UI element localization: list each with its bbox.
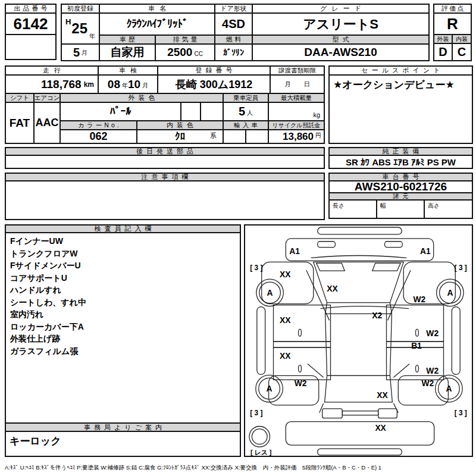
damage-label-windshield: XX xyxy=(327,284,338,293)
inspection-year-unit: 年 xyxy=(122,82,128,90)
model-code-value: DAA-AWS210 xyxy=(252,43,430,61)
inspection-month: 10 xyxy=(128,78,140,91)
first-registration-year: 25 xyxy=(71,20,87,37)
footer-legend: A:ｷｽﾞ U:ﾍｺﾐ B:ｷｽﾞを伴うﾍｺﾐ P:要塗装 W:補修跡 S:錆 … xyxy=(5,464,475,472)
genuine-equipment-value: SR ｶﾜ ABS ｴｱB ｱﾙﾐ PS PW xyxy=(328,155,473,169)
damage-label-right-quarter: W2 xyxy=(421,378,434,388)
wheel-grade-rear-right: A xyxy=(446,384,452,393)
cowl-line xyxy=(311,256,406,258)
mileage-value: 118,768 xyxy=(41,78,82,91)
transfer-deadline-cell: 月日 xyxy=(270,74,325,94)
damage-label-right-cowl: W2 xyxy=(414,295,426,304)
windshield-shape xyxy=(314,262,403,302)
wheel-grade-front-right: A xyxy=(447,288,453,298)
spec-height-label: 高さ xyxy=(428,202,440,210)
inspector-note: シートしわ、すれ中 xyxy=(10,296,86,309)
spare-tire-label: [ レス ] xyxy=(250,449,272,456)
damage-label-hood-left: A1 xyxy=(289,246,300,256)
car-name-value: ｸﾗｳﾝﾊｲﾌﾞﾘｯﾄﾞ xyxy=(99,12,215,36)
later-parts-blank xyxy=(5,155,325,169)
import-blank-2 xyxy=(245,129,269,144)
interior-color-value: ｸﾛ xyxy=(175,131,185,143)
damage-label-trunk: XX xyxy=(375,423,386,433)
headlight-left-shape xyxy=(318,242,336,248)
headlight-right-shape xyxy=(385,242,403,248)
recycle-deposit-value: 13,860 xyxy=(283,131,314,143)
taillight-bar-shape xyxy=(342,411,378,415)
damage-label-rear-window: XX xyxy=(377,390,388,400)
deadline-day-label: 日 xyxy=(304,80,311,89)
door-handle xyxy=(299,329,302,336)
year-unit: 年 xyxy=(89,32,95,40)
deadline-month-label: 月 xyxy=(284,80,291,89)
front-fender-left-shape xyxy=(262,262,314,303)
spec-width-label: 幅 xyxy=(380,202,386,210)
capacity-cell: 5人 xyxy=(223,102,269,121)
first-registration-month-cell: 5月 xyxy=(61,43,100,61)
inspector-note: FインナーUW xyxy=(10,235,63,248)
door-shape-value: 4SD xyxy=(214,12,253,36)
wheel-grade-front-left: A xyxy=(267,288,273,298)
tread-depth-front-right: [ 3 ] xyxy=(455,264,467,272)
displacement-unit: CC xyxy=(194,51,202,57)
exterior-color-blank-2 xyxy=(200,102,224,121)
taillight-left-shape xyxy=(322,409,343,418)
connector-line xyxy=(393,403,398,413)
recycle-deposit-unit: 円 xyxy=(315,131,321,140)
exterior-grade-value: D xyxy=(433,43,453,61)
grade-value: アスリートS xyxy=(252,12,430,36)
connector-line xyxy=(306,270,330,320)
interior-color-suffix: 系 xyxy=(210,131,217,140)
roof-shape xyxy=(325,314,392,375)
front-fender-right-shape xyxy=(403,262,455,303)
inspector-notes-box: FインナーUW トランクフロアW FサイドメンバーU コアサポートU ハンドルす… xyxy=(5,232,241,424)
damage-label-left-fender: XX xyxy=(280,270,291,279)
history-value: 自家用 xyxy=(99,43,156,61)
mileage-cell: 118,768km xyxy=(5,74,99,94)
color-number-value: 062 xyxy=(60,129,137,144)
aircon-value: AAC xyxy=(33,102,61,144)
spare-tire-inner xyxy=(252,429,267,444)
damage-label-right-rocker: B1 xyxy=(411,341,422,350)
interior-grade-value: C xyxy=(452,43,472,61)
fuel-value: ｶﾞｿﾘﾝ xyxy=(214,43,253,61)
car-outline xyxy=(249,227,464,455)
inspection-cell: 08年10月 xyxy=(98,74,158,94)
inspector-note: ガラスフィルム張 xyxy=(10,345,78,358)
taillight-right-shape xyxy=(378,409,397,418)
spec-height-cell: 高さ xyxy=(424,199,473,219)
connector-line xyxy=(387,270,411,320)
tread-depth-front-left: [ 3 ] xyxy=(250,264,262,272)
score-value: R xyxy=(433,12,472,35)
inspector-note: 室内汚れ xyxy=(10,308,43,321)
damage-label-left-quarter: W2 xyxy=(295,378,307,388)
damage-labels: A1 A1 [ 3 ] [ 3 ] [ 3 ] [ 3 ] XX XX W2 A… xyxy=(250,246,467,456)
inspector-note: トランクフロアW xyxy=(10,248,78,260)
damage-label-rear-door-right: W2 xyxy=(426,366,439,375)
registration-number-value: 長崎 300ム1912 xyxy=(157,74,271,94)
wiper-left-shape xyxy=(317,263,345,271)
spec-length-label: 長さ xyxy=(333,202,345,210)
recycle-deposit-cell: 13,860円 xyxy=(268,129,325,144)
tread-depth-rear-right: [ 3 ] xyxy=(455,409,467,417)
inspection-month-unit: 月 xyxy=(142,82,148,90)
interior-color-cell: ｸﾛ 系 xyxy=(136,129,224,144)
inspector-note: コアサポートU xyxy=(10,272,67,284)
door-handle xyxy=(415,365,418,372)
spare-tire-shape xyxy=(249,426,270,447)
office-info-value: キーロック xyxy=(5,431,241,457)
inspector-note: FサイドメンバーU xyxy=(10,259,81,272)
wheel-grade-rear-left: A xyxy=(267,384,273,393)
car-diagram: A1 A1 [ 3 ] [ 3 ] [ 3 ] [ 3 ] XX XX W2 A… xyxy=(244,224,473,457)
first-registration-year-cell: H25年 xyxy=(61,12,100,45)
import-blank-1 xyxy=(223,129,246,144)
inspector-note: ハンドルすれ xyxy=(10,284,61,296)
damage-label-hood-right: A1 xyxy=(420,246,431,256)
door-handle xyxy=(415,329,418,336)
capacity-value: 5 xyxy=(239,105,245,118)
displacement-cell: 2500CC xyxy=(155,43,215,61)
exterior-color-value: ﾊﾟｰﾙ xyxy=(60,102,181,121)
side-sill-left-shape xyxy=(257,307,265,375)
damage-label-front-door-right: W2 xyxy=(426,328,439,338)
connector-line xyxy=(320,403,324,413)
